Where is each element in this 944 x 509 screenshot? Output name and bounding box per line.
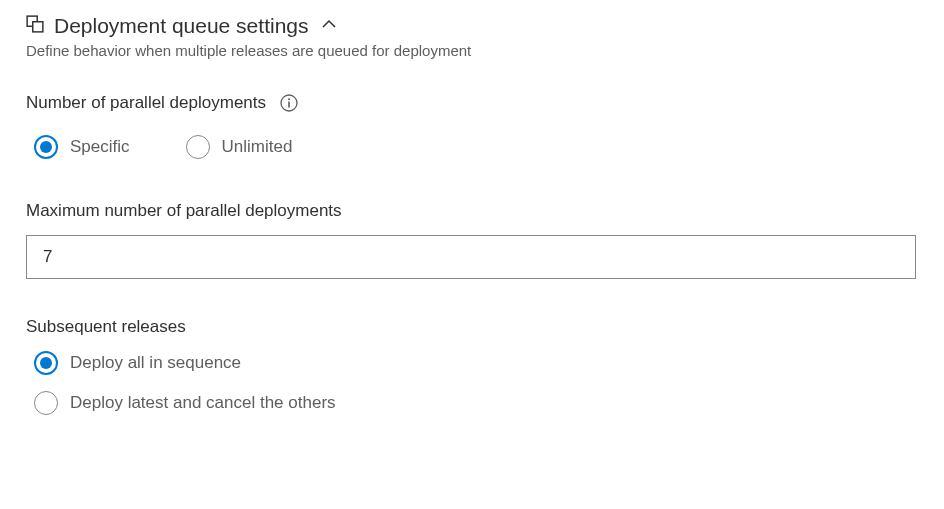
- section-title: Deployment queue settings: [54, 14, 309, 38]
- max-deployments-input[interactable]: [26, 235, 916, 279]
- max-deployments-label: Maximum number of parallel deployments: [26, 201, 918, 221]
- radio-specific[interactable]: Specific: [34, 135, 130, 159]
- chevron-up-icon: [321, 16, 337, 36]
- radio-latest-label: Deploy latest and cancel the others: [70, 393, 336, 413]
- radio-indicator: [34, 135, 58, 159]
- svg-point-3: [288, 98, 290, 100]
- parallel-deployments-label: Number of parallel deployments: [26, 93, 918, 113]
- radio-deploy-latest[interactable]: Deploy latest and cancel the others: [34, 391, 918, 415]
- radio-indicator: [34, 391, 58, 415]
- radio-indicator: [34, 351, 58, 375]
- radio-deploy-sequence[interactable]: Deploy all in sequence: [34, 351, 918, 375]
- info-icon[interactable]: [280, 94, 298, 112]
- svg-rect-1: [33, 22, 43, 32]
- section-header[interactable]: Deployment queue settings: [26, 14, 918, 38]
- parallel-label-text: Number of parallel deployments: [26, 93, 266, 113]
- subsequent-radio-group: Deploy all in sequence Deploy latest and…: [26, 351, 918, 415]
- radio-sequence-label: Deploy all in sequence: [70, 353, 241, 373]
- subsequent-releases-label: Subsequent releases: [26, 317, 918, 337]
- radio-indicator: [186, 135, 210, 159]
- section-subtitle: Define behavior when multiple releases a…: [26, 42, 918, 59]
- radio-unlimited-label: Unlimited: [222, 137, 293, 157]
- radio-unlimited[interactable]: Unlimited: [186, 135, 293, 159]
- svg-rect-4: [288, 102, 290, 108]
- parallel-radio-group: Specific Unlimited: [26, 135, 918, 159]
- deployment-icon: [26, 15, 44, 37]
- radio-specific-label: Specific: [70, 137, 130, 157]
